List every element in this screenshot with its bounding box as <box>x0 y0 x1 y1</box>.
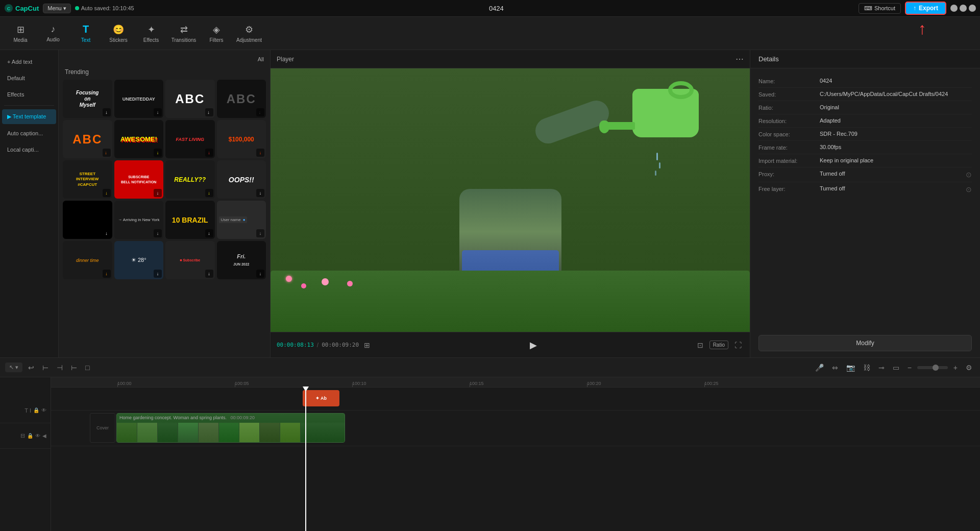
template-oops[interactable]: OOPS!! ↓ <box>217 160 266 199</box>
split-button[interactable]: ⊢ <box>40 362 51 373</box>
minus-button[interactable]: − <box>905 362 914 373</box>
ratio-value: Original <box>820 104 972 110</box>
delete-button[interactable]: □ <box>83 362 92 373</box>
template-abc1[interactable]: ABC ↓ <box>165 80 215 118</box>
download-icon[interactable]: ↓ <box>256 108 264 116</box>
template-user[interactable]: User name ● ↓ <box>217 201 266 239</box>
toolbar-item-effects[interactable]: ✦ Effects <box>136 19 166 47</box>
sidebar-item-effects[interactable]: Effects <box>2 87 56 102</box>
download-icon[interactable]: ↓ <box>205 189 213 197</box>
download-icon[interactable]: ↓ <box>154 149 162 157</box>
toolbar-item-media[interactable]: ⊞ Media <box>5 19 36 47</box>
download-icon[interactable]: ↓ <box>103 229 111 237</box>
fullscreen-button[interactable]: ⛶ <box>732 340 744 350</box>
template-fri[interactable]: Fri.JUN 2022 ↓ <box>217 241 266 279</box>
export-button[interactable]: ↑ Export <box>905 2 946 15</box>
template-money[interactable]: $100,000 ↓ <box>217 120 266 158</box>
toolbar-item-transitions[interactable]: ⇄ Transitions <box>168 19 199 47</box>
fit-screen-button[interactable]: ⊡ <box>695 340 705 350</box>
download-icon[interactable]: ↓ <box>205 149 213 157</box>
download-icon[interactable]: ↓ <box>205 270 213 278</box>
import-value: Keep in original place <box>820 157 972 163</box>
minimize-button[interactable] <box>950 5 958 12</box>
download-icon[interactable]: ↓ <box>256 270 264 278</box>
toolbar-item-filters[interactable]: ◈ Filters <box>201 19 232 47</box>
adjustment-label: Adjustment <box>236 37 262 43</box>
template-subscribe[interactable]: SUBSCRIBEBELL NOTIFICATION ↓ <box>114 160 164 199</box>
download-icon[interactable]: ↓ <box>154 108 162 116</box>
detail-frame-rate: Frame rate: 30.00fps <box>758 141 972 154</box>
text-clip[interactable]: ✦ Ab <box>303 390 339 406</box>
align-button[interactable]: ⊸ <box>876 362 887 373</box>
download-icon[interactable]: ↓ <box>103 270 111 278</box>
sidebar-item-local-caption[interactable]: Local capti... <box>2 142 56 157</box>
download-icon[interactable]: ↓ <box>154 189 162 197</box>
all-button[interactable]: All <box>258 56 264 62</box>
download-icon[interactable]: ↓ <box>256 189 264 197</box>
timeline-toolbar: ↖ ▾ ↩ ⊢ ⊣ ⊢ □ 🎤 ⇔ 📷 ⛓ ⊸ ▭ − + ⚙ <box>0 358 980 377</box>
player-menu-button[interactable]: ⋯ <box>736 54 744 64</box>
trim-start-button[interactable]: ⊣ <box>54 362 65 373</box>
toolbar-item-audio[interactable]: ♪ Audio <box>38 19 68 47</box>
download-icon[interactable]: ↓ <box>256 149 264 157</box>
template-awesome[interactable]: AWESOME! ↓ <box>114 120 164 158</box>
download-icon[interactable]: ↓ <box>103 189 111 197</box>
toolbar-item-stickers[interactable]: 😊 Stickers <box>103 19 134 47</box>
template-arriving[interactable]: → Arriving in New York ↓ <box>114 201 164 239</box>
text-label: Text <box>81 37 90 43</box>
shortcut-button[interactable]: ⌨ Shortcut <box>859 3 901 14</box>
plus-button[interactable]: + <box>951 362 960 373</box>
cam-button[interactable]: 📷 <box>844 362 857 373</box>
close-button[interactable] <box>969 5 976 12</box>
sidebar-item-default[interactable]: Default <box>2 71 56 85</box>
undo-button[interactable]: ↩ <box>26 362 37 373</box>
download-icon[interactable]: ↓ <box>154 229 162 237</box>
zoom-slider[interactable] <box>917 366 948 369</box>
sidebar-item-text-template[interactable]: ▶ Text template <box>2 109 56 124</box>
template-really[interactable]: REALLY?? ↓ <box>165 160 215 199</box>
detail-saved: Saved: C:/Users/MyPC/AppData/Local/CapCu… <box>758 88 972 101</box>
settings-button[interactable]: ⚙ <box>963 362 975 373</box>
template-subscribe2[interactable]: ■ Subscribe ↓ <box>165 241 215 279</box>
proxy-toggle[interactable]: ⊙ <box>966 171 972 179</box>
tool-select[interactable]: ↖ ▾ <box>5 363 22 372</box>
add-text-label: + Add text <box>7 59 32 65</box>
template-temp[interactable]: ☀ 28° ↓ <box>114 241 164 279</box>
toolbar-item-text[interactable]: T Text <box>70 19 101 47</box>
window-controls <box>950 5 976 12</box>
download-icon[interactable]: ↓ <box>256 229 264 237</box>
template-unedited[interactable]: UNEDITEDDAY ↓ <box>114 80 164 118</box>
modify-button[interactable]: Modify <box>758 335 972 351</box>
maximize-button[interactable] <box>960 5 967 12</box>
template-fastliving[interactable]: FAST LIVING ↓ <box>165 120 215 158</box>
play-button[interactable]: ▶ <box>530 340 537 351</box>
free-layer-toggle[interactable]: ⊙ <box>966 185 972 194</box>
trim-end-button[interactable]: ⊢ <box>68 362 80 373</box>
download-icon[interactable]: ↓ <box>154 270 162 278</box>
download-icon[interactable]: ↓ <box>103 108 111 116</box>
template-abc3[interactable]: ABC ↓ <box>63 120 112 158</box>
video-clip[interactable]: Home gardening concept. Woman and spring… <box>116 413 345 443</box>
template-dinner[interactable]: dinner time ↓ <box>63 241 112 279</box>
template-street[interactable]: STREETINTERVIEW#CAPCUT ↓ <box>63 160 112 199</box>
sidebar-item-auto-caption[interactable]: Auto caption... <box>2 126 56 140</box>
template-abc2[interactable]: ABC ↓ <box>217 80 266 118</box>
download-icon[interactable]: ↓ <box>205 229 213 237</box>
mic-button[interactable]: 🎤 <box>813 362 826 373</box>
toolbar-item-adjustment[interactable]: ⚙ Adjustment <box>234 19 264 47</box>
menu-button[interactable]: Menu ▾ <box>43 4 71 13</box>
download-icon[interactable]: ↓ <box>205 108 213 116</box>
ratio-button[interactable]: Ratio <box>709 341 728 349</box>
template-focusing[interactable]: FocusingonMyself ↓ <box>63 80 112 118</box>
template-black[interactable]: ↓ <box>63 201 112 239</box>
effects-sidebar-label: Effects <box>7 91 24 98</box>
download-icon[interactable]: ↓ <box>103 149 111 157</box>
saved-value: C:/Users/MyPC/AppData/Local/CapCut Draft… <box>820 91 972 97</box>
link-split-button[interactable]: ⇔ <box>829 362 841 373</box>
chain-button[interactable]: ⛓ <box>861 362 873 373</box>
timeline-scroll[interactable]: 100:00 100:05 100:10 100:15 100:20 100:2… <box>51 377 980 531</box>
template-brazil[interactable]: 10 BRAZIL ↓ <box>165 201 215 239</box>
sidebar-item-add-text[interactable]: + Add text <box>2 55 56 69</box>
subtitle-button[interactable]: ▭ <box>890 362 902 373</box>
grid-view-button[interactable]: ⊞ <box>362 340 372 350</box>
